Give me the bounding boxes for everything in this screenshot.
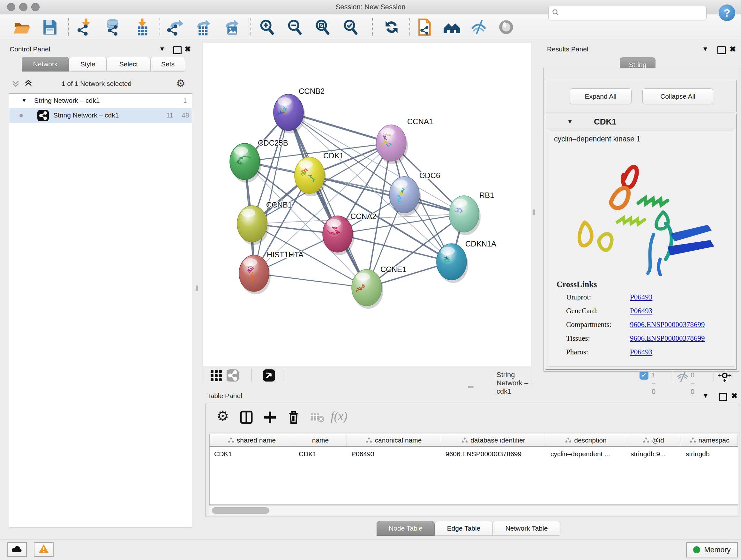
column-header-name[interactable]: name <box>294 434 347 447</box>
collapse-all-button[interactable]: Collapse All <box>643 88 713 105</box>
home-networks-button[interactable] <box>443 18 462 36</box>
column-header-database-identifier[interactable]: database identifier <box>441 434 546 447</box>
refresh-layout-button[interactable] <box>383 18 402 36</box>
zoom-fit-button[interactable] <box>314 18 333 36</box>
collection-expander-icon[interactable]: ▼ <box>21 98 27 104</box>
table-cell[interactable]: stringdb <box>681 448 738 460</box>
node-table: shared nameCDK1nameCDK1canonical nameP06… <box>209 434 738 505</box>
network-canvas[interactable]: CCNB2CCNA1CDC25BCDK1CDC6RB1CCNB1CCNA2CDK… <box>203 43 531 366</box>
column-header-description[interactable]: description <box>546 434 626 447</box>
network-node-CDK1[interactable] <box>294 157 326 196</box>
crosslink-link[interactable]: P06493 <box>630 348 652 356</box>
gene-expander-icon[interactable]: ▼ <box>567 118 573 125</box>
table-cell[interactable]: CDK1 <box>294 448 347 460</box>
crosslink-link[interactable]: P06493 <box>630 307 652 315</box>
grid-view-icon[interactable] <box>209 369 223 382</box>
crosslinks-list: Uniprot:P06493GeneCard:P06493Compartment… <box>566 293 732 362</box>
network-edge[interactable] <box>288 112 367 288</box>
control-panel-maximize-icon[interactable] <box>173 46 182 54</box>
export-network-button[interactable] <box>166 18 186 36</box>
left-splitter-handle[interactable] <box>196 286 198 291</box>
hide-graphics-button[interactable] <box>470 18 489 36</box>
cloud-status-button[interactable] <box>7 542 27 557</box>
column-header-shared-name[interactable]: shared name <box>210 434 294 447</box>
column-header--id[interactable]: @id <box>626 434 681 447</box>
network-edge[interactable] <box>254 273 367 288</box>
table-scrollbar-thumb[interactable] <box>212 507 269 514</box>
network-node-CCNE1[interactable] <box>352 269 383 309</box>
tab-network[interactable]: Network <box>22 57 69 71</box>
memory-button[interactable]: Memory <box>686 542 738 557</box>
crosslink-link[interactable]: 9606.ENSP00000378699 <box>630 320 705 329</box>
table-options-gear-icon[interactable]: ⚙ <box>215 408 230 424</box>
control-panel-float-icon[interactable]: ▼ <box>159 45 165 53</box>
network-options-gear-icon[interactable]: ⚙ <box>176 77 185 89</box>
network-node-CCNB1[interactable] <box>237 206 269 245</box>
tab-network-table[interactable]: Network Table <box>493 521 560 536</box>
import-network-file-button[interactable] <box>77 18 96 36</box>
warning-icon <box>38 544 49 555</box>
export-table-button[interactable] <box>193 18 212 36</box>
status-bar: Memory <box>0 540 741 560</box>
tab-style[interactable]: Style <box>69 57 107 71</box>
network-row[interactable]: ● String Network – cdk1 11 48 <box>9 108 192 123</box>
network-node-CCNB2[interactable] <box>273 94 305 133</box>
birds-eye-view-icon[interactable] <box>262 369 276 382</box>
control-panel-close-icon[interactable]: ✖ <box>185 45 191 54</box>
help-button[interactable]: ? <box>719 4 735 21</box>
table-cell[interactable]: stringdb:9... <box>626 448 681 460</box>
bottom-splitter-handle[interactable] <box>468 386 474 388</box>
string-document-button[interactable] <box>416 18 435 36</box>
table-panel-float-icon[interactable]: ▼ <box>702 392 709 399</box>
show-columns-icon[interactable] <box>239 410 254 425</box>
crosslink-link[interactable]: P06493 <box>630 293 652 301</box>
save-session-button[interactable] <box>41 18 60 36</box>
table-cell[interactable]: CDK1 <box>210 448 294 460</box>
delete-table-icon <box>310 410 325 425</box>
table-cell[interactable]: cyclin–dependent ... <box>546 448 626 460</box>
right-splitter-handle[interactable] <box>533 209 535 215</box>
expand-all-button[interactable]: Expand All <box>569 88 631 105</box>
network-node-CCNA2[interactable] <box>323 216 354 255</box>
node-label-CCNB2: CCNB2 <box>299 87 325 96</box>
toolbar-separator <box>68 18 69 36</box>
table-cell[interactable]: P06493 <box>347 448 441 460</box>
network-node-CDKN1A[interactable] <box>436 244 468 283</box>
tab-select[interactable]: Select <box>107 57 151 71</box>
network-node-CDC6[interactable] <box>389 177 421 216</box>
tab-sets[interactable]: Sets <box>151 57 185 71</box>
network-share-icon[interactable] <box>226 369 239 382</box>
network-edge[interactable] <box>310 175 464 214</box>
search-input[interactable] <box>562 9 706 17</box>
table-panel-close-icon[interactable]: ✖ <box>731 391 738 400</box>
tab-node-table[interactable]: Node Table <box>377 521 434 536</box>
gene-section-header[interactable]: ▼ CDK1 <box>546 114 736 130</box>
import-table-button[interactable] <box>133 18 152 36</box>
export-image-button[interactable] <box>222 18 241 36</box>
column-header-namespac[interactable]: namespac <box>681 434 738 447</box>
table-cell[interactable]: 9606.ENSP00000378699 <box>441 448 546 460</box>
network-selection-summary: 1 of 1 Network selected <box>3 80 190 87</box>
network-edge[interactable] <box>254 112 288 273</box>
network-node-HIST1H1A[interactable] <box>239 255 271 294</box>
zoom-selected-button[interactable] <box>342 18 361 36</box>
snapshot-lens-button[interactable] <box>497 18 516 36</box>
zoom-in-button[interactable] <box>259 18 278 36</box>
results-panel-maximize-icon[interactable] <box>718 46 726 54</box>
warnings-button[interactable] <box>34 542 54 557</box>
column-header-canonical-name[interactable]: canonical name <box>347 434 441 447</box>
network-collection-row[interactable]: ▼ String Network – cdk1 1 <box>9 94 192 108</box>
import-network-database-button[interactable] <box>105 18 124 36</box>
zoom-out-button[interactable] <box>286 18 306 36</box>
results-panel-close-icon[interactable]: ✖ <box>730 45 736 54</box>
function-builder-icon: f(x) <box>331 409 347 423</box>
crosslink-link[interactable]: 9606.ENSP00000378699 <box>630 334 705 343</box>
delete-column-icon[interactable] <box>286 410 301 425</box>
network-node-CCNA1[interactable] <box>376 125 408 164</box>
results-panel-float-icon[interactable]: ▼ <box>702 45 709 53</box>
tab-edge-table[interactable]: Edge Table <box>434 521 493 536</box>
create-column-icon[interactable] <box>262 410 278 425</box>
table-panel-maximize-icon[interactable] <box>719 393 727 401</box>
network-node-RB1[interactable] <box>449 196 481 235</box>
open-session-button[interactable] <box>13 18 32 36</box>
